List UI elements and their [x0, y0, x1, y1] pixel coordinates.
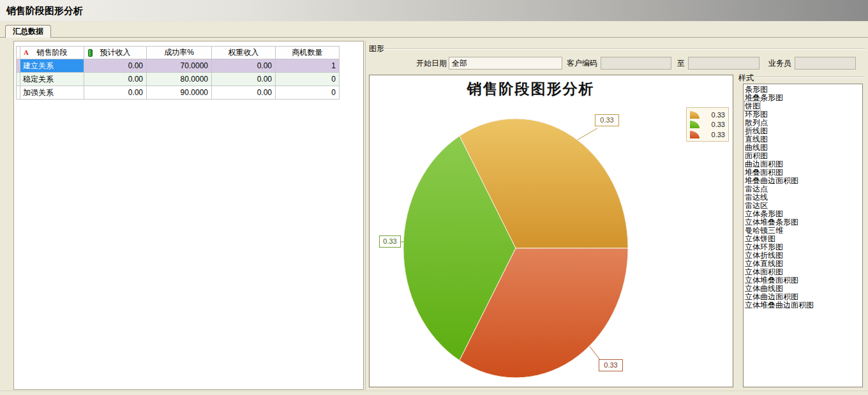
numeric-field-icon	[88, 49, 93, 57]
legend-swatch-icon	[690, 121, 700, 128]
table-cell[interactable]: 加强关系	[20, 86, 84, 100]
chart-area: 销售阶段图形分析 0.330.330.33 0.33 0.33 0.33	[369, 75, 733, 387]
app-window: 销售阶段图形分析 汇总数据 A 销售阶段 预计收入	[0, 0, 868, 395]
tab-bar: 汇总数据	[0, 22, 868, 38]
callout-line	[590, 347, 601, 361]
legend-entry: 0.33	[690, 130, 725, 138]
legend-label: 0.33	[700, 131, 725, 138]
style-group-line	[755, 77, 865, 78]
sales-stage-table: A 销售阶段 预计收入 成功率% 权重收入 商机数量 建立关系0.0070.00…	[16, 46, 340, 100]
customer-code-input[interactable]	[601, 57, 671, 70]
window-titlebar: 销售阶段图形分析	[0, 0, 868, 22]
panel-splitter	[365, 41, 366, 390]
chart-legend: 0.330.330.33	[686, 107, 729, 142]
style-list-item[interactable]: 堆叠条形图	[744, 94, 862, 102]
table-row[interactable]: 建立关系0.0070.00000.001	[17, 59, 340, 73]
customer-code-to-input[interactable]	[688, 57, 760, 70]
pie-chart	[370, 75, 733, 387]
legend-swatch-icon	[690, 111, 700, 119]
graph-group-label: 图形	[369, 43, 384, 54]
table-cell[interactable]: 0.00	[212, 86, 276, 100]
pie-label-top: 0.33	[595, 114, 619, 126]
tab-summary-data[interactable]: 汇总数据	[5, 25, 51, 38]
pie-label-left: 0.33	[379, 235, 401, 248]
salesperson-input[interactable]	[795, 57, 856, 70]
legend-entry: 0.33	[690, 121, 725, 129]
table-cell[interactable]: 90.0000	[147, 86, 212, 100]
bottom-strip	[0, 391, 868, 395]
table-cell[interactable]: 1	[276, 59, 340, 73]
column-header-count[interactable]: 商机数量	[276, 47, 340, 59]
customer-code-label: 客户编码	[564, 57, 597, 70]
table-cell[interactable]: 建立关系	[20, 59, 84, 73]
table-row[interactable]: 稳定关系0.0080.00000.000	[17, 73, 340, 86]
text-field-icon: A	[24, 48, 29, 56]
page-title: 销售阶段图形分析	[6, 5, 83, 17]
style-list-item[interactable]: 立体堆叠曲边面积图	[744, 301, 862, 309]
pie-label-bottom: 0.33	[599, 359, 623, 371]
callout-line	[578, 128, 597, 140]
table-cell[interactable]: 0.00	[212, 73, 276, 86]
table-cell[interactable]: 0.00	[84, 73, 147, 86]
column-header-stage[interactable]: A 销售阶段	[20, 47, 84, 59]
column-header-weighted[interactable]: 权重收入	[212, 47, 276, 59]
table-cell[interactable]: 70.0000	[147, 59, 212, 73]
summary-table-panel: A 销售阶段 预计收入 成功率% 权重收入 商机数量 建立关系0.0070.00…	[13, 41, 364, 390]
start-date-label: 开始日期	[412, 57, 447, 70]
table-row[interactable]: 加强关系0.0090.00000.000	[17, 86, 340, 100]
table-cell[interactable]: 0	[276, 73, 340, 86]
column-header-expected[interactable]: 预计收入	[84, 47, 147, 59]
style-group-label: 样式	[738, 73, 754, 84]
to-label: 至	[673, 57, 685, 70]
salesperson-label: 业务员	[766, 57, 791, 70]
table-cell[interactable]: 80.0000	[147, 73, 212, 86]
table-header-row: A 销售阶段 预计收入 成功率% 权重收入 商机数量	[17, 47, 340, 59]
chart-style-listbox[interactable]: 条形图堆叠条形图饼图环形图散列点折线图直线图曲线图面积图曲边面积图堆叠面积图堆叠…	[743, 84, 863, 387]
start-date-input[interactable]: 全部	[449, 57, 562, 70]
legend-entry: 0.33	[690, 110, 725, 119]
table-cell[interactable]: 0.00	[212, 59, 276, 73]
legend-label: 0.33	[700, 121, 725, 128]
graph-group-line	[383, 48, 865, 50]
table-cell[interactable]: 稳定关系	[20, 73, 84, 86]
column-header-success[interactable]: 成功率%	[147, 47, 212, 59]
table-cell[interactable]: 0	[276, 86, 340, 100]
legend-label: 0.33	[700, 111, 725, 119]
table-cell[interactable]: 0.00	[84, 86, 147, 100]
legend-swatch-icon	[690, 131, 700, 138]
table-cell[interactable]: 0.00	[84, 59, 147, 73]
